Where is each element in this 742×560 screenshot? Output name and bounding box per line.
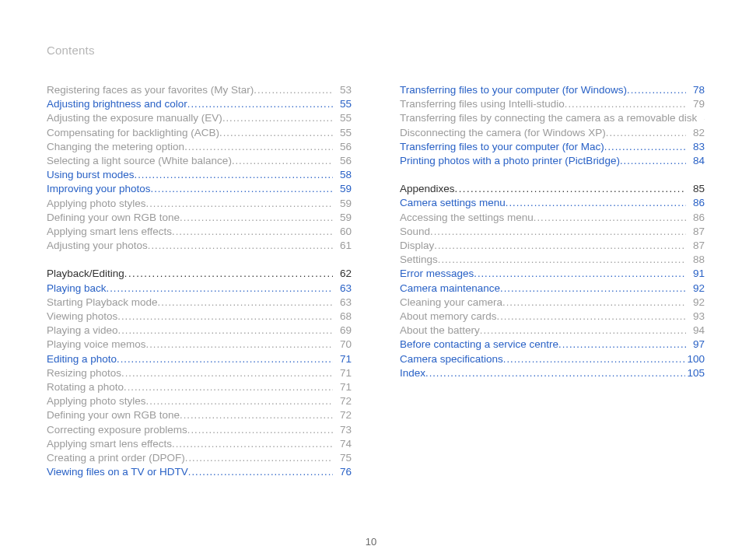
toc-leader-dots: [620, 154, 686, 168]
toc-entry[interactable]: Printing photos with a photo printer (Pi…: [400, 154, 705, 168]
toc-leader-dots: [502, 296, 686, 310]
toc-entry-label: Selecting a light source (White balance): [47, 154, 232, 168]
toc-leader-dots: [604, 140, 686, 154]
toc-entry-label: Transferring files to your computer (for…: [400, 140, 604, 154]
toc-entry-page: 72: [333, 408, 352, 422]
toc-entry-page: 86: [686, 211, 705, 225]
toc-entry: About the battery94: [400, 324, 705, 338]
toc-leader-dots: [497, 310, 686, 324]
toc-leader-dots: [172, 437, 333, 451]
toc-entry: Sound87: [400, 225, 705, 239]
toc-entry-label: Transferring files to your computer (for…: [400, 83, 627, 97]
toc-entry: Selecting a light source (White balance)…: [47, 154, 352, 168]
toc-entry[interactable]: Index105: [400, 366, 705, 380]
toc-entry-page: 91: [686, 267, 705, 281]
toc-entry-label: Playback/Editing: [47, 267, 124, 281]
toc-entry-label: Adjusting the exposure manually (EV): [47, 111, 222, 125]
toc-entry[interactable]: Appendixes85: [400, 182, 705, 196]
toc-entry: Applying smart lens effects60: [47, 225, 352, 239]
toc-entry: Transferring files by connecting the cam…: [400, 111, 705, 125]
toc-entry: Disconnecting the camera (for Windows XP…: [400, 126, 705, 140]
toc-entry-page: 55: [333, 97, 352, 111]
toc-leader-dots: [506, 196, 686, 210]
toc-entry-label: Resizing photos: [47, 366, 121, 380]
toc-entry[interactable]: Transferring files to your computer (for…: [400, 83, 705, 97]
toc-entry[interactable]: Viewing files on a TV or HDTV76: [47, 465, 352, 479]
toc-leader-dots: [627, 83, 686, 97]
toc-entry-label: Creating a print order (DPOF): [47, 451, 185, 465]
toc-entry[interactable]: Error messages91: [400, 267, 705, 281]
toc-entry-label: Changing the metering option: [47, 140, 184, 154]
toc-entry[interactable]: Camera settings menu86: [400, 196, 705, 210]
toc-entry[interactable]: Camera maintenance92: [400, 282, 705, 296]
toc-entry-page: 85: [686, 182, 705, 196]
toc-leader-dots: [146, 394, 333, 408]
toc-entry: Applying photo styles72: [47, 394, 352, 408]
toc-leader-dots: [438, 253, 686, 267]
toc-entry-label: Improving your photos: [47, 182, 151, 196]
toc-leader-dots: [219, 126, 333, 140]
toc-entry-page: 55: [333, 126, 352, 140]
toc-entry: Creating a print order (DPOF)75: [47, 451, 352, 465]
toc-entry-label: Viewing files on a TV or HDTV: [47, 465, 188, 479]
toc-entry-page: 92: [686, 296, 705, 310]
toc-leader-dots: [187, 423, 333, 437]
toc-entry-label: Registering faces as your favorites (My …: [47, 83, 254, 97]
toc-entry-label: Defining your own RGB tone: [47, 211, 180, 225]
toc-entry-label: About the battery: [400, 324, 480, 338]
toc-entry-page: 84: [686, 154, 705, 168]
toc-entry-label: Display: [400, 239, 434, 253]
toc-entry-page: 56: [333, 140, 352, 154]
toc-entry-page: 71: [333, 366, 352, 380]
toc-entry[interactable]: Transferring files to your computer (for…: [400, 140, 705, 154]
toc-entry-page: 88: [686, 253, 705, 267]
toc-entry-label: Correcting exposure problems: [47, 423, 187, 437]
toc-entry[interactable]: Before contacting a service centre97: [400, 338, 705, 352]
toc-entry[interactable]: Improving your photos59: [47, 182, 352, 196]
toc-entry[interactable]: Editing a photo71: [47, 352, 352, 366]
toc-entry-label: Viewing photos: [47, 310, 117, 324]
toc-entry-page: 55: [333, 111, 352, 125]
toc-entry-page: 100: [685, 352, 705, 366]
toc-entry: Defining your own RGB tone59: [47, 211, 352, 225]
toc-entry-label: Playing voice memos: [47, 338, 146, 352]
toc-entry-page: 74: [333, 437, 352, 451]
toc-entry-label: Defining your own RGB tone: [47, 408, 180, 422]
toc-entry-label: Camera specifications: [400, 352, 503, 366]
toc-leader-dots: [180, 211, 333, 225]
toc-entry: Cleaning your camera92: [400, 296, 705, 310]
toc-leader-dots: [117, 310, 333, 324]
toc-entry-label: About memory cards: [400, 310, 497, 324]
toc-leader-dots: [188, 465, 333, 479]
toc-entry[interactable]: Playing back63: [47, 282, 352, 296]
toc-entry[interactable]: Adjusting brightness and color55: [47, 97, 352, 111]
toc-entry: Transferring files using Intelli-studio7…: [400, 97, 705, 111]
toc-entry: Starting Playback mode63: [47, 296, 352, 310]
toc-entry: Playing voice memos70: [47, 338, 352, 352]
toc-entry[interactable]: Playback/Editing62: [47, 267, 352, 281]
toc-entry-page: 63: [333, 282, 352, 296]
toc-entry-page: 69: [333, 324, 352, 338]
toc-entry-page: 79: [686, 97, 705, 111]
toc-entry-label: Before contacting a service centre: [400, 338, 558, 352]
toc-entry-page: 61: [333, 239, 352, 253]
toc-leader-dots: [148, 239, 333, 253]
toc-left-column: Registering faces as your favorites (My …: [47, 83, 352, 479]
toc-entry: Adjusting the exposure manually (EV)55: [47, 111, 352, 125]
toc-entry-label: Error messages: [400, 267, 474, 281]
toc-entry-label: Playing a video: [47, 324, 118, 338]
toc-entry-page: 63: [333, 296, 352, 310]
toc-entry-page: 60: [333, 225, 352, 239]
toc-entry-page: 73: [333, 423, 352, 437]
toc-entry-page: 83: [686, 140, 705, 154]
toc-leader-dots: [184, 140, 333, 154]
toc-entry-page: 59: [333, 211, 352, 225]
toc-entry-page: 97: [686, 338, 705, 352]
toc-entry-label: Using burst modes: [47, 168, 135, 182]
toc-entry[interactable]: Camera specifications100: [400, 352, 705, 366]
toc-entry-label: Settings: [400, 253, 438, 267]
toc-entry-label: Applying photo styles: [47, 394, 146, 408]
toc-entry-page: 76: [333, 465, 352, 479]
toc-entry[interactable]: Using burst modes58: [47, 168, 352, 182]
toc-leader-dots: [558, 338, 686, 352]
